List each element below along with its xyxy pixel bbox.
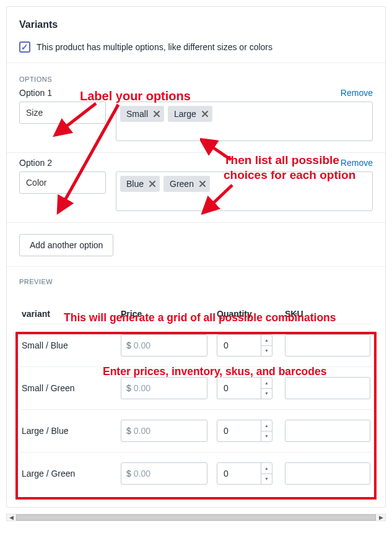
sku-input[interactable] xyxy=(285,420,370,442)
price-input[interactable]: $0.00 xyxy=(121,377,207,399)
column-sku: SKU xyxy=(282,304,373,324)
price-value: 0.00 xyxy=(134,383,150,393)
quantity-input[interactable]: 0▲▼ xyxy=(217,420,272,442)
currency-prefix: $ xyxy=(126,426,131,436)
tag-label: Blue xyxy=(126,179,144,189)
column-variant: variant xyxy=(19,304,118,324)
column-quantity: Quantity xyxy=(214,304,282,324)
remove-option-link[interactable]: Remove xyxy=(341,158,373,168)
preview-table: variant Price Quantity SKU Small / Blue$… xyxy=(19,304,373,495)
option-header-label: Option 1 xyxy=(19,88,52,98)
currency-prefix: $ xyxy=(126,340,131,350)
variants-title: Variants xyxy=(19,19,373,30)
multiple-options-checkbox[interactable]: ✓ xyxy=(19,41,30,53)
table-row: Large / Blue$0.000▲▼ xyxy=(19,410,373,452)
variant-name-cell: Small / Green xyxy=(19,367,118,410)
option-value-tag: Small xyxy=(120,106,164,122)
quantity-value: 0 xyxy=(217,420,261,441)
option-value-tag: Green xyxy=(163,176,210,192)
tag-label: Green xyxy=(170,179,194,189)
tag-label: Small xyxy=(126,109,148,119)
close-icon[interactable] xyxy=(153,110,160,118)
option-block: Option 1RemoveSmallLarge xyxy=(19,88,373,141)
quantity-value: 0 xyxy=(217,463,261,484)
option-name-input[interactable] xyxy=(19,102,106,124)
price-value: 0.00 xyxy=(134,340,150,350)
quantity-value: 0 xyxy=(217,335,261,356)
currency-prefix: $ xyxy=(126,469,131,478)
options-section: OPTIONS Option 1RemoveSmallLargeOption 2… xyxy=(7,63,385,266)
variant-name-cell: Large / Blue xyxy=(19,410,118,452)
sku-input[interactable] xyxy=(285,377,370,399)
close-icon[interactable] xyxy=(201,110,209,118)
sku-input[interactable] xyxy=(285,334,370,357)
scroll-left-icon[interactable]: ◀ xyxy=(7,514,15,521)
chevron-down-icon[interactable]: ▼ xyxy=(261,431,272,442)
table-row: Large / Green$0.000▲▼ xyxy=(19,452,373,495)
multiple-options-label: This product has multiple options, like … xyxy=(37,42,272,52)
options-heading: OPTIONS xyxy=(19,76,373,83)
price-value: 0.00 xyxy=(134,426,150,436)
chevron-up-icon[interactable]: ▲ xyxy=(261,335,272,346)
variants-card: Label your options Then list all possibl… xyxy=(6,6,386,508)
price-input[interactable]: $0.00 xyxy=(121,462,207,485)
variant-name-cell: Large / Green xyxy=(19,452,118,495)
close-icon[interactable] xyxy=(149,180,156,188)
quantity-input[interactable]: 0▲▼ xyxy=(217,377,272,399)
table-row: Small / Blue$0.000▲▼ xyxy=(19,324,373,367)
price-value: 0.00 xyxy=(134,469,150,478)
sku-input[interactable] xyxy=(285,462,370,485)
option-value-tag: Blue xyxy=(120,176,160,192)
quantity-input[interactable]: 0▲▼ xyxy=(217,334,272,357)
preview-section: PREVIEW variant Price Quantity SKU Small… xyxy=(7,266,385,507)
option-value-tag: Large xyxy=(168,106,212,122)
option-values-input[interactable]: SmallLarge xyxy=(116,102,373,141)
price-input[interactable]: $0.00 xyxy=(121,334,207,357)
horizontal-scrollbar[interactable]: ◀ ▶ xyxy=(6,514,386,521)
currency-prefix: $ xyxy=(126,383,131,393)
preview-heading: PREVIEW xyxy=(19,278,373,285)
chevron-up-icon[interactable]: ▲ xyxy=(261,420,272,431)
remove-option-link[interactable]: Remove xyxy=(341,88,373,98)
chevron-up-icon[interactable]: ▲ xyxy=(261,463,272,474)
quantity-input[interactable]: 0▲▼ xyxy=(217,462,272,485)
price-input[interactable]: $0.00 xyxy=(121,420,207,442)
scroll-right-icon[interactable]: ▶ xyxy=(377,514,385,521)
quantity-value: 0 xyxy=(217,378,261,399)
option-block: Option 2RemoveBlueGreen xyxy=(19,158,373,211)
option-values-input[interactable]: BlueGreen xyxy=(116,171,373,211)
table-row: Small / Green$0.000▲▼ xyxy=(19,367,373,410)
tag-label: Large xyxy=(174,109,196,119)
column-price: Price xyxy=(118,304,214,324)
chevron-down-icon[interactable]: ▼ xyxy=(261,389,272,399)
chevron-down-icon[interactable]: ▼ xyxy=(261,474,272,485)
option-name-input[interactable] xyxy=(19,171,106,194)
add-option-button[interactable]: Add another option xyxy=(19,234,113,256)
chevron-down-icon[interactable]: ▼ xyxy=(261,346,272,357)
chevron-up-icon[interactable]: ▲ xyxy=(261,378,272,389)
variants-header-section: Variants ✓ This product has multiple opt… xyxy=(7,7,385,63)
close-icon[interactable] xyxy=(199,180,206,188)
variant-name-cell: Small / Blue xyxy=(19,324,118,367)
option-header-label: Option 2 xyxy=(19,158,52,168)
